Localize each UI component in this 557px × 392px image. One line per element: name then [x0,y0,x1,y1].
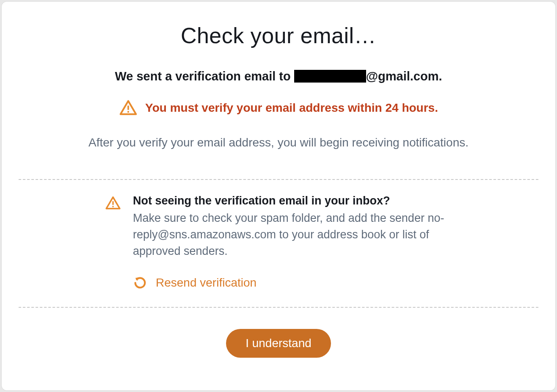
check-email-modal: Check your email… We sent a verification… [2,2,555,390]
refresh-icon [133,276,147,290]
sent-to-line: We sent a verification email to @gmail.c… [19,69,538,83]
warning-icon [105,195,121,211]
help-title: Not seeing the verification email in you… [133,194,452,207]
resend-verification-link[interactable]: Resend verification [156,276,256,290]
i-understand-button[interactable]: I understand [226,329,331,358]
help-block: Not seeing the verification email in you… [19,180,538,307]
svg-rect-3 [112,206,113,207]
modal-title: Check your email… [19,23,538,48]
help-body: Make sure to check your spam folder, and… [133,210,452,259]
verify-warning-row: You must verify your email address withi… [19,99,538,117]
svg-rect-1 [127,111,129,113]
divider-bottom [19,307,538,308]
redacted-email-local [294,70,366,83]
svg-rect-2 [112,201,113,205]
warning-icon [119,99,138,117]
verify-warning-text: You must verify your email address withi… [145,101,438,115]
svg-rect-0 [127,106,129,110]
sent-prefix: We sent a verification email to [115,69,294,83]
sent-email-domain: @gmail.com. [366,69,442,83]
after-verify-text: After you verify your email address, you… [19,136,538,149]
